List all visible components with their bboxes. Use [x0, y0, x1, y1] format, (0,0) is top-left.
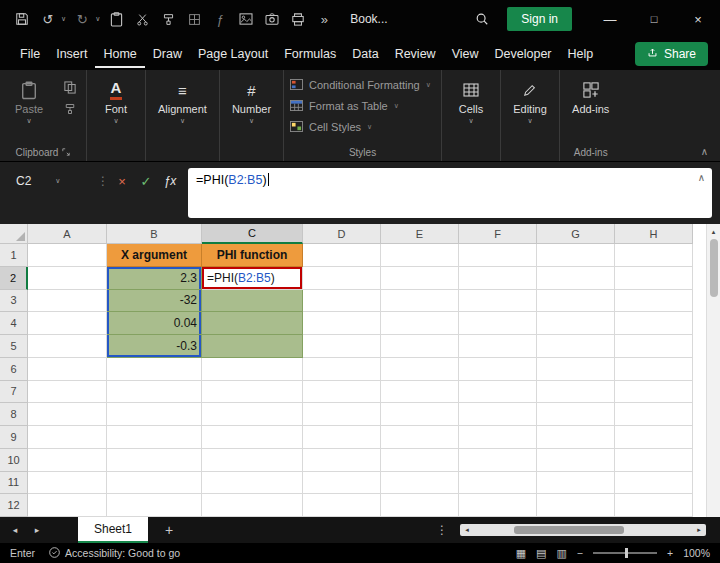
- cell-H1[interactable]: [615, 244, 693, 267]
- cell-A2[interactable]: [28, 267, 107, 290]
- column-header-B[interactable]: B: [107, 224, 202, 244]
- cell-F12[interactable]: [459, 494, 537, 517]
- cell-B6[interactable]: [107, 358, 202, 381]
- tab-formulas[interactable]: Formulas: [276, 40, 344, 68]
- cell-H9[interactable]: [615, 426, 693, 449]
- cell-C12[interactable]: [202, 494, 303, 517]
- cell-F2[interactable]: [459, 267, 537, 290]
- cell-B2[interactable]: 2.3: [107, 267, 202, 290]
- cell-E8[interactable]: [381, 403, 459, 426]
- sheet-tab-sheet1[interactable]: Sheet1: [78, 517, 148, 543]
- cell-B4[interactable]: 0.04: [107, 312, 202, 335]
- cell-D10[interactable]: [303, 449, 381, 472]
- cell-H7[interactable]: [615, 381, 693, 404]
- name-box[interactable]: C2 ∨: [0, 168, 96, 194]
- cell-A5[interactable]: [28, 335, 107, 358]
- cell-F9[interactable]: [459, 426, 537, 449]
- cell-C5[interactable]: [202, 335, 303, 358]
- maximize-button[interactable]: □: [632, 0, 676, 38]
- cell-D8[interactable]: [303, 403, 381, 426]
- cell-C4[interactable]: [202, 312, 303, 335]
- clipboard-icon[interactable]: [106, 9, 126, 29]
- row-header-10[interactable]: 10: [0, 449, 28, 472]
- paste-button[interactable]: Paste ∨: [6, 74, 52, 125]
- cell-G4[interactable]: [537, 312, 615, 335]
- cell-C11[interactable]: [202, 472, 303, 495]
- tab-file[interactable]: File: [12, 40, 48, 68]
- cell-D5[interactable]: [303, 335, 381, 358]
- editing-button[interactable]: Editing ∨: [507, 74, 553, 125]
- cell-G5[interactable]: [537, 335, 615, 358]
- share-button[interactable]: Share: [635, 42, 708, 66]
- cell-F11[interactable]: [459, 472, 537, 495]
- cell-E11[interactable]: [381, 472, 459, 495]
- cell-H8[interactable]: [615, 403, 693, 426]
- cell-F6[interactable]: [459, 358, 537, 381]
- cell-E5[interactable]: [381, 335, 459, 358]
- row-header-2[interactable]: 2: [0, 267, 28, 290]
- vertical-scrollbar-thumb[interactable]: [710, 239, 718, 297]
- zoom-level[interactable]: 100%: [683, 547, 710, 559]
- cell-H11[interactable]: [615, 472, 693, 495]
- cell-B12[interactable]: [107, 494, 202, 517]
- zoom-out-icon[interactable]: −: [577, 547, 583, 559]
- cell-D6[interactable]: [303, 358, 381, 381]
- cell-G9[interactable]: [537, 426, 615, 449]
- enter-icon[interactable]: ✓: [134, 168, 158, 194]
- format-painter-small-icon[interactable]: [60, 102, 80, 116]
- cell-C9[interactable]: [202, 426, 303, 449]
- cell-B9[interactable]: [107, 426, 202, 449]
- cell-G10[interactable]: [537, 449, 615, 472]
- horizontal-scrollbar-thumb[interactable]: [514, 526, 624, 534]
- cell-D9[interactable]: [303, 426, 381, 449]
- picture-icon[interactable]: [236, 9, 256, 29]
- cell-E1[interactable]: [381, 244, 459, 267]
- cell-E2[interactable]: [381, 267, 459, 290]
- cell-A6[interactable]: [28, 358, 107, 381]
- minimize-button[interactable]: —: [588, 0, 632, 38]
- cell-F8[interactable]: [459, 403, 537, 426]
- format-as-table-button[interactable]: Format as Table ∨: [290, 97, 435, 115]
- cell-H2[interactable]: [615, 267, 693, 290]
- cell-B7[interactable]: [107, 381, 202, 404]
- format-painter-icon[interactable]: [158, 9, 178, 29]
- cell-F4[interactable]: [459, 312, 537, 335]
- row-header-5[interactable]: 5: [0, 335, 28, 358]
- redo-chevron-icon[interactable]: ∨: [95, 15, 100, 23]
- row-header-4[interactable]: 4: [0, 312, 28, 335]
- cell-G11[interactable]: [537, 472, 615, 495]
- cell-E3[interactable]: [381, 290, 459, 313]
- add-sheet-button[interactable]: +: [156, 517, 182, 543]
- row-header-8[interactable]: 8: [0, 403, 28, 426]
- scroll-up-icon[interactable]: ▴: [712, 224, 716, 239]
- tab-developer[interactable]: Developer: [487, 40, 560, 68]
- cell-A7[interactable]: [28, 381, 107, 404]
- cell-C3[interactable]: [202, 290, 303, 313]
- cell-G7[interactable]: [537, 381, 615, 404]
- zoom-slider[interactable]: [593, 552, 657, 554]
- sign-in-button[interactable]: Sign in: [507, 7, 572, 31]
- formula-bar-separator-icon[interactable]: ⋮: [96, 168, 110, 188]
- column-header-E[interactable]: E: [381, 224, 459, 244]
- cell-C8[interactable]: [202, 403, 303, 426]
- sheetbar-overflow-icon[interactable]: ⋮: [436, 517, 448, 543]
- cell-D4[interactable]: [303, 312, 381, 335]
- vertical-scrollbar[interactable]: ▴: [706, 224, 720, 517]
- font-button[interactable]: A Font ∨: [93, 74, 139, 125]
- tab-insert[interactable]: Insert: [48, 40, 95, 68]
- cell-F5[interactable]: [459, 335, 537, 358]
- tab-data[interactable]: Data: [344, 40, 386, 68]
- row-header-12[interactable]: 12: [0, 494, 28, 517]
- cell-D1[interactable]: [303, 244, 381, 267]
- cell-A1[interactable]: [28, 244, 107, 267]
- camera-icon[interactable]: [262, 9, 282, 29]
- number-button[interactable]: # Number ∨: [226, 74, 277, 125]
- cell-G8[interactable]: [537, 403, 615, 426]
- printer-icon[interactable]: [288, 9, 308, 29]
- cell-B1[interactable]: X argument: [107, 244, 202, 267]
- cell-G3[interactable]: [537, 290, 615, 313]
- addins-button[interactable]: Add-ins: [566, 74, 615, 115]
- formula-input[interactable]: =PHI(B2:B5) ∧: [188, 168, 712, 218]
- borders-icon[interactable]: [184, 9, 204, 29]
- cell-H10[interactable]: [615, 449, 693, 472]
